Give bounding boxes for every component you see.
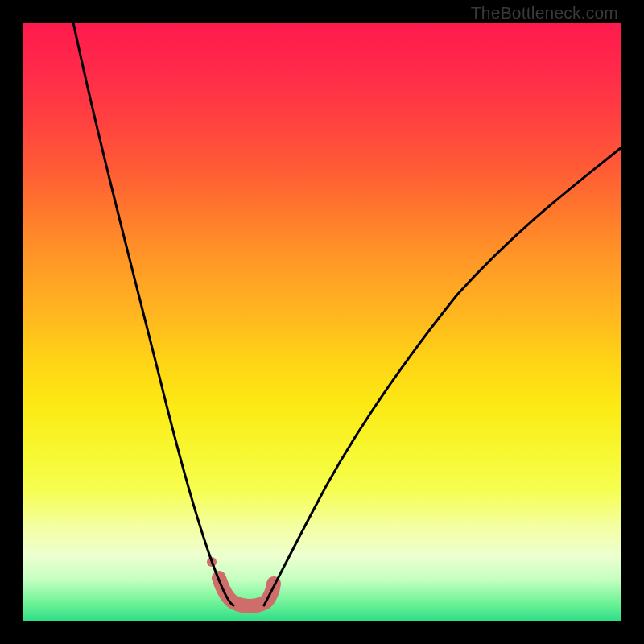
plot-area: [23, 23, 621, 621]
left-curve: [73, 23, 233, 605]
chart-svg: [23, 23, 621, 621]
watermark-text: TheBottleneck.com: [471, 3, 618, 23]
right-curve: [264, 147, 621, 605]
